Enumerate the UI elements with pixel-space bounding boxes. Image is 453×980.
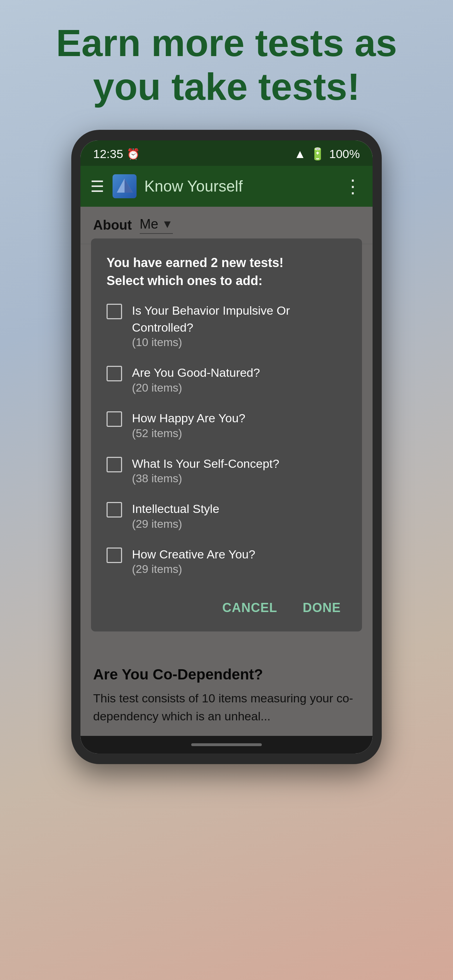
promo-title: Earn more tests as you take tests! — [0, 21, 453, 109]
content-area: About Me ▼ — Me — D... T... c... y... — [80, 207, 373, 736]
status-left: 12:35 ⏰ — [93, 147, 140, 161]
status-bar: 12:35 ⏰ ▲ 🔋 100% — [80, 140, 373, 166]
test-item-1-text: Is Your Behavior Impulsive Or Controlled… — [132, 302, 347, 349]
home-indicator — [80, 736, 373, 754]
test-item-6-text: How Creative Are You? (29 items) — [132, 546, 256, 576]
test-item-3: How Happy Are You? (52 items) — [106, 410, 347, 440]
test-item-6: How Creative Are You? (29 items) — [106, 546, 347, 576]
test-item-3-text: How Happy Are You? (52 items) — [132, 410, 245, 440]
signal-icon: ▲ — [294, 147, 306, 161]
earned-tests-dialog: You have earned 2 new tests! Select whic… — [91, 239, 362, 632]
test-item-4: What Is Your Self-Concept? (38 items) — [106, 455, 347, 485]
test-item-1: Is Your Behavior Impulsive Or Controlled… — [106, 302, 347, 349]
checkbox-6[interactable] — [106, 547, 122, 563]
battery-level: 100% — [329, 147, 360, 161]
test-item-2-text: Are You Good-Natured? (20 items) — [132, 364, 260, 395]
svg-marker-1 — [124, 178, 133, 192]
checkbox-1[interactable] — [106, 304, 122, 319]
cancel-button[interactable]: CANCEL — [217, 597, 283, 619]
done-button[interactable]: DONE — [297, 597, 347, 619]
checkbox-2[interactable] — [106, 366, 122, 381]
app-logo — [113, 174, 137, 198]
phone-device: 12:35 ⏰ ▲ 🔋 100% ☰ Know Yourself ⋮ — [71, 130, 382, 764]
checkbox-5[interactable] — [106, 502, 122, 517]
test-item-4-text: What Is Your Self-Concept? (38 items) — [132, 455, 280, 485]
test-item-2: Are You Good-Natured? (20 items) — [106, 364, 347, 395]
test-item-5: Intellectual Style (29 items) — [106, 501, 347, 531]
battery-icon: 🔋 — [310, 147, 325, 161]
dialog-actions: CANCEL DONE — [106, 591, 347, 619]
dialog-title: You have earned 2 new tests! Select whic… — [106, 254, 347, 290]
status-right: ▲ 🔋 100% — [294, 147, 360, 161]
home-bar — [191, 743, 262, 746]
overflow-menu-icon[interactable]: ⋮ — [343, 176, 363, 197]
app-title: Know Yourself — [144, 177, 343, 195]
checkbox-3[interactable] — [106, 411, 122, 427]
time-display: 12:35 — [93, 147, 123, 161]
test-item-5-text: Intellectual Style (29 items) — [132, 501, 219, 531]
app-bar: ☰ Know Yourself ⋮ — [80, 166, 373, 207]
phone-screen: 12:35 ⏰ ▲ 🔋 100% ☰ Know Yourself ⋮ — [80, 140, 373, 754]
hamburger-menu-icon[interactable]: ☰ — [90, 177, 104, 196]
checkbox-4[interactable] — [106, 457, 122, 473]
alarm-icon: ⏰ — [127, 148, 140, 160]
promo-title-section: Earn more tests as you take tests! — [0, 0, 453, 130]
